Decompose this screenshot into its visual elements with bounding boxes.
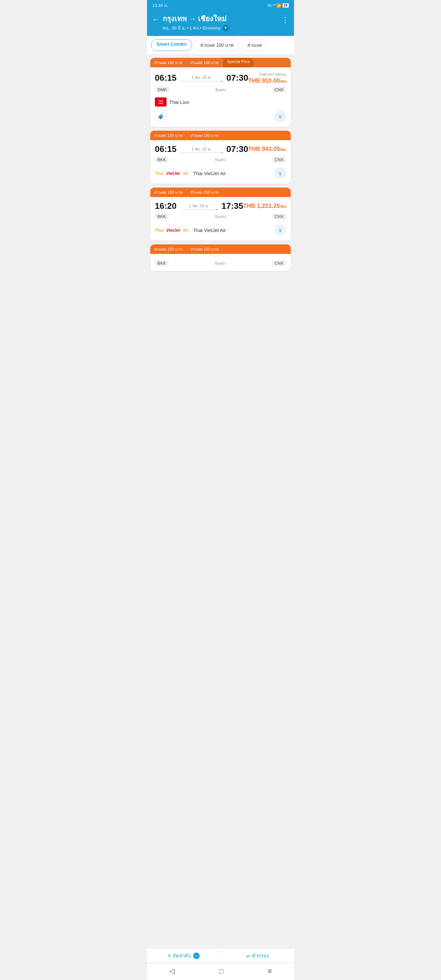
direct-block-4: บินตรง bbox=[172, 260, 269, 266]
depart-time-1: 06:15 bbox=[155, 73, 177, 83]
filter-tabs: Smart Combo ส่วนลด 150 บาท ส่วนลด bbox=[147, 36, 294, 54]
bottom-section: ≡ จัดลำดับ ✓ ⇌ ตัวกรอง ◁ □ ≡ bbox=[147, 948, 294, 980]
flight-card-4: ส่วนลด 150 บาท ส่วนลด 150 บาท BKK บินตรง… bbox=[150, 244, 291, 271]
filter-icon: ⇌ bbox=[246, 953, 250, 959]
card-body-2: 06:15 1 ชม. 15 น. 07:30 THB 943.05/คน BK… bbox=[150, 140, 291, 184]
to-code-3: CNX bbox=[272, 213, 286, 220]
back-button[interactable]: ← bbox=[152, 15, 159, 24]
filter-tab-smart-combo[interactable]: Smart Combo bbox=[151, 39, 192, 51]
badge-4-2: ส่วนลด 150 บาท bbox=[187, 244, 223, 254]
badge-row-1: ส่วนลด 150 บาท ส่วนลด 150 บาท Special Pr… bbox=[150, 58, 291, 67]
header: ← กรุงเทพ → เชียงใหม่ พฤ., 30 มิ.ย. • 1 … bbox=[147, 11, 294, 36]
original-price-1: THB 917.38/คน bbox=[248, 71, 286, 78]
status-bar: 13:34 น. Yo ⁴ᴳ📶 25 bbox=[147, 0, 294, 11]
to-code-4: CNX bbox=[272, 260, 286, 266]
flight-times-3: 16:20 1 ชม. 15 น. 17:35 bbox=[155, 201, 243, 211]
sort-icon: ≡ bbox=[168, 953, 171, 959]
sort-label: จัดลำดับ bbox=[173, 952, 191, 960]
from-code-1: DMK bbox=[155, 87, 170, 93]
expand-button-3[interactable]: ∨ bbox=[274, 224, 286, 236]
airline-row-1: ThaiLion Thai Lion bbox=[155, 97, 286, 107]
price-block-3: THB 1,221.25/คน bbox=[243, 203, 286, 210]
nav-bar: ◁ □ ≡ bbox=[147, 963, 294, 980]
from-code-2: BKK bbox=[155, 156, 168, 163]
card-body-4: BKK บินตรง CNX bbox=[150, 254, 291, 271]
nav-menu-button[interactable]: ≡ bbox=[268, 967, 272, 975]
sort-button[interactable]: ≡ จัดลำดับ ✓ bbox=[147, 949, 220, 963]
battery-icon: 25 bbox=[282, 3, 289, 8]
flight-times-2: 06:15 1 ชม. 15 น. 07:30 bbox=[155, 144, 248, 154]
airline-name-1: Thai Lion bbox=[169, 99, 189, 105]
direct-text-4: บินตรง bbox=[215, 261, 226, 266]
filter-tab-discount-150[interactable]: ส่วนลด 150 บาท bbox=[195, 39, 239, 51]
duration-line-2 bbox=[180, 153, 224, 153]
flight-row-1: 06:15 1 ชม. 15 น. 07:30 THB 917.38/คน TH… bbox=[155, 71, 286, 84]
badge-row-2: ส่วนลด 150 บาท ส่วนลด 150 บาท bbox=[150, 131, 291, 140]
arrive-time-3: 17:35 bbox=[222, 201, 243, 211]
flight-list: ส่วนลด 150 บาท ส่วนลด 150 บาท Special Pr… bbox=[147, 54, 294, 297]
filter-button[interactable]: ⇌ ตัวกรอง bbox=[221, 949, 294, 963]
expand-button-1[interactable]: ∨ bbox=[274, 110, 286, 122]
arrive-time-1: 07:30 bbox=[226, 73, 248, 83]
duration-text-2: 1 ชม. 15 น. bbox=[192, 146, 211, 152]
flight-row-3: 16:20 1 ชม. 15 น. 17:35 THB 1,221.25/คน bbox=[155, 201, 286, 211]
flight-times-1: 06:15 1 ชม. 15 น. 07:30 bbox=[155, 73, 248, 83]
filter-tab-discount[interactable]: ส่วนลด bbox=[242, 39, 268, 51]
duration-block-3: 1 ชม. 15 น. bbox=[180, 203, 219, 210]
baggage-icon-1: 🧳 bbox=[155, 110, 167, 122]
price-block-1: THB 917.38/คน THB 910.00/คน bbox=[248, 71, 286, 84]
trip-subtitle: พฤ., 30 มิ.ย. • 1 คน • Economy bbox=[163, 24, 220, 31]
badge-3-1: ส่วนลด 150 บาท bbox=[150, 188, 187, 197]
price-per-3: /คน bbox=[280, 204, 286, 209]
nav-home-button[interactable]: □ bbox=[219, 967, 223, 975]
direct-text-2: บินตรง bbox=[215, 157, 226, 163]
arrive-time-2: 07:30 bbox=[226, 144, 248, 154]
more-menu-button[interactable]: ⋮ bbox=[282, 16, 289, 24]
badge-2-2: ส่วนลด 150 บาท bbox=[187, 131, 223, 140]
badge-1-2: ส่วนลด 150 บาท bbox=[187, 58, 223, 67]
airports-row-3: BKK บินตรง CNX bbox=[155, 213, 286, 220]
card-body-1: 06:15 1 ชม. 15 น. 07:30 THB 917.38/คน TH… bbox=[150, 67, 291, 127]
badge-row-3: ส่วนลด 150 บาท ส่วนลด 150 บาท bbox=[150, 188, 291, 197]
vietjet-logo-2: Thai bbox=[155, 171, 163, 176]
main-price-2: THB 943.05/คน bbox=[248, 146, 286, 152]
card-body-3: 16:20 1 ชม. 15 น. 17:35 THB 1,221.25/คน … bbox=[150, 197, 291, 240]
badge-4-1: ส่วนลด 150 บาท bbox=[150, 244, 187, 254]
sort-filter-bar: ≡ จัดลำดับ ✓ ⇌ ตัวกรอง bbox=[147, 948, 294, 963]
vietjet-logo-3: Thai bbox=[155, 228, 163, 233]
sort-check-icon: ✓ bbox=[193, 953, 200, 959]
from-code-3: BKK bbox=[155, 213, 168, 220]
thai-lion-logo-1: ThaiLion bbox=[155, 97, 167, 107]
duration-text-1: 1 ชม. 15 น. bbox=[192, 74, 211, 80]
card-footer-1: 🧳 ∨ bbox=[155, 110, 286, 122]
signal-icon: Yo ⁴ᴳ📶 bbox=[267, 3, 281, 8]
duration-block-2: 1 ชม. 15 น. bbox=[180, 146, 224, 153]
airline-row-2: ThaiVietJetAir Thai VietJet Air ∨ bbox=[155, 167, 286, 179]
main-price-3: THB 1,221.25/คน bbox=[243, 203, 286, 209]
trip-details: พฤ., 30 มิ.ย. • 1 คน • Economy ▼ bbox=[163, 24, 229, 31]
status-time: 13:34 น. bbox=[152, 2, 168, 9]
nav-back-button[interactable]: ◁ bbox=[169, 967, 175, 975]
header-left: ← กรุงเทพ → เชียงใหม่ พฤ., 30 มิ.ย. • 1 … bbox=[152, 15, 229, 31]
flight-row-2: 06:15 1 ชม. 15 น. 07:30 THB 943.05/คน bbox=[155, 144, 286, 154]
dropdown-icon[interactable]: ▼ bbox=[222, 25, 229, 31]
badge-3-2: ส่วนลด 150 บาท bbox=[187, 188, 223, 197]
flight-card-2: ส่วนลด 150 บาท ส่วนลด 150 บาท 06:15 1 ชม… bbox=[150, 131, 291, 184]
from-code-4: BKK bbox=[155, 260, 168, 266]
duration-text-3: 1 ชม. 15 น. bbox=[189, 203, 209, 209]
airports-row-2: BKK บินตรง CNX bbox=[155, 156, 286, 163]
direct-block-2: บินตรง bbox=[172, 156, 269, 163]
direct-block-1: บินตรง bbox=[173, 86, 269, 93]
duration-line-1 bbox=[180, 81, 224, 81]
main-price-1: THB 910.00/คน bbox=[248, 78, 286, 84]
direct-block-3: บินตรง bbox=[172, 213, 269, 220]
price-per-2: /คน bbox=[280, 147, 286, 152]
route-title: กรุงเทพ → เชียงใหม่ bbox=[163, 15, 229, 23]
flight-card-1: ส่วนลด 150 บาท ส่วนลด 150 บาท Special Pr… bbox=[150, 58, 291, 127]
price-block-2: THB 943.05/คน bbox=[248, 146, 286, 153]
badge-row-4: ส่วนลด 150 บาท ส่วนลด 150 บาท bbox=[150, 244, 291, 254]
to-code-1: CNX bbox=[272, 87, 286, 93]
airline-row-3: ThaiVietJetAir Thai VietJet Air ∨ bbox=[155, 224, 286, 236]
expand-button-2[interactable]: ∨ bbox=[274, 167, 286, 179]
status-right: Yo ⁴ᴳ📶 25 bbox=[267, 3, 289, 8]
